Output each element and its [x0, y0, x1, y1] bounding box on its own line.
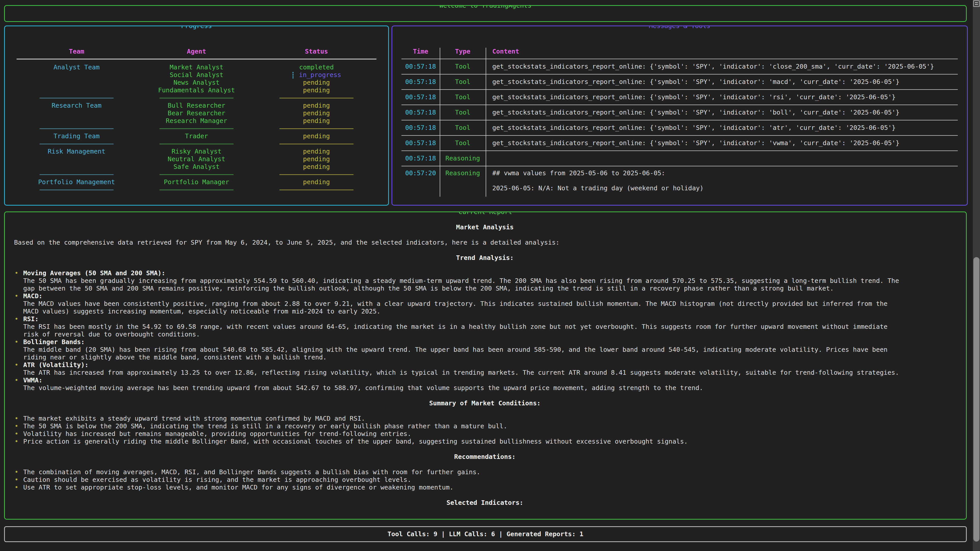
- report-heading: Market Analysis: [14, 224, 956, 231]
- scrollbar-top-button[interactable]: [973, 0, 980, 7]
- group-divider: [17, 171, 376, 178]
- selected-indicators-heading: Selected Indicators:: [14, 499, 956, 507]
- team-label: Analyst Team: [17, 64, 137, 71]
- progress-group-analyst-team: Analyst Team Market Analyst Social Analy…: [17, 64, 376, 94]
- message-type: Tool: [440, 94, 486, 101]
- team-label: Portfolio Management: [17, 178, 137, 186]
- message-time: 00:57:18: [401, 78, 440, 86]
- list-item-body: The 50 SMA has been gradually increasing…: [23, 277, 906, 292]
- list-item: Price action is generally riding the mid…: [14, 438, 956, 445]
- message-row: 00:57:18 Tool get_stockstats_indicators_…: [401, 136, 958, 151]
- agent-label: Trader: [137, 132, 256, 140]
- agent-label: Bear Researcher: [137, 110, 256, 117]
- report-intro: Based on the comprehensive data retrieve…: [14, 239, 956, 246]
- list-item-label: ATR (Volatility):: [23, 361, 956, 369]
- status-badge: ⡇in_progress: [256, 71, 376, 79]
- message-content: get_stockstats_indicators_report_online:…: [486, 109, 958, 116]
- list-item: RSI: The RSI has been mostly in the 54.9…: [14, 315, 956, 338]
- list-item: Use ATR to set appropriate stop-loss lev…: [14, 484, 956, 491]
- message-row: 00:57:18 Tool get_stockstats_indicators_…: [401, 90, 958, 105]
- list-item-label: MACD:: [23, 292, 956, 300]
- list-item-body: The middle band (20 SMA) has been rising…: [23, 346, 906, 361]
- message-content-line: 2025-06-05: N/A: Not a trading day (week…: [492, 184, 958, 192]
- list-item-label: Moving Averages (50 SMA and 200 SMA):: [23, 269, 956, 277]
- message-type: Tool: [440, 63, 486, 70]
- list-item: Bollinger Bands: The middle band (20 SMA…: [14, 338, 956, 361]
- team-label: Trading Team: [17, 132, 137, 140]
- agent-label: Research Manager: [137, 117, 256, 125]
- message-content-line: ## vwma values from 2025-05-06 to 2025-0…: [492, 169, 958, 177]
- message-row: 00:57:18 Reasoning: [401, 151, 958, 166]
- status-badge: pending: [256, 148, 376, 156]
- agent-label: Portfolio Manager: [137, 178, 256, 186]
- current-report-panel: Current Report Market Analysis Based on …: [4, 211, 967, 519]
- team-label: Research Team: [17, 102, 137, 110]
- scrollbar-thumb[interactable]: [974, 257, 980, 541]
- message-type: Tool: [440, 109, 486, 116]
- list-item: Moving Averages (50 SMA and 200 SMA): Th…: [14, 269, 956, 292]
- stats-text: Tool Calls: 9 | LLM Calls: 6 | Generated…: [387, 530, 584, 538]
- list-item-body: The RSI has been mostly in the 54.92 to …: [23, 323, 906, 338]
- welcome-panel: Welcome to TradingAgents: [4, 5, 967, 22]
- message-time: 00:57:18: [401, 124, 440, 132]
- progress-group-research-team: Research Team Bull Researcher Bear Resea…: [17, 102, 376, 125]
- agent-label: Bull Researcher: [137, 102, 256, 110]
- column-divider: [486, 48, 486, 197]
- message-type: Tool: [440, 124, 486, 132]
- group-divider: [17, 94, 376, 102]
- agent-label: Neutral Analyst: [137, 156, 256, 163]
- column-header-agent: Agent: [137, 48, 256, 56]
- status-badge: pending: [256, 86, 376, 94]
- agent-label: Fundamentals Analyst: [137, 86, 256, 94]
- message-content: get_stockstats_indicators_report_online:…: [486, 94, 958, 101]
- message-row: 00:57:18 Tool get_stockstats_indicators_…: [401, 105, 958, 120]
- status-badge: pending: [256, 156, 376, 163]
- group-divider: [17, 186, 376, 194]
- status-badge: pending: [256, 110, 376, 117]
- status-badge: pending: [256, 132, 376, 140]
- messages-tools-panel-title: Messages & Tools: [646, 25, 714, 30]
- list-item: MACD: The MACD values have been consiste…: [14, 292, 956, 315]
- list-item-label: VWMA:: [23, 376, 956, 384]
- message-time: 00:57:18: [401, 63, 440, 70]
- group-divider: [17, 125, 376, 132]
- recommendations-heading: Recommendations:: [14, 453, 956, 461]
- list-item: The market exhibits a steady upward tren…: [14, 415, 956, 422]
- message-time: 00:57:18: [401, 109, 440, 116]
- list-item-body: The ATR has increased from approximately…: [23, 369, 906, 376]
- stats-bar: Tool Calls: 9 | LLM Calls: 6 | Generated…: [4, 526, 967, 542]
- messages-table-header: Time Type Content: [401, 48, 958, 56]
- column-header-team: Team: [17, 48, 137, 56]
- group-divider: [17, 140, 376, 148]
- list-item-body: The volume-weighted moving average has b…: [23, 384, 906, 392]
- agent-label: Social Analyst: [137, 71, 256, 79]
- status-badge: pending: [256, 102, 376, 110]
- summary-heading: Summary of Market Conditions:: [14, 400, 956, 407]
- message-content: get_stockstats_indicators_report_online:…: [486, 63, 958, 70]
- message-content: get_stockstats_indicators_report_online:…: [486, 139, 958, 147]
- message-content: get_stockstats_indicators_report_online:…: [486, 124, 958, 132]
- progress-panel: Progress Team Agent Status Analyst Team …: [4, 25, 389, 206]
- list-item: VWMA: The volume-weighted moving average…: [14, 376, 956, 392]
- team-label: Risk Management: [17, 148, 137, 156]
- message-content: ## vwma values from 2025-05-06 to 2025-0…: [486, 169, 958, 192]
- trend-analysis-list: Moving Averages (50 SMA and 200 SMA): Th…: [14, 269, 956, 392]
- message-time: 00:57:18: [401, 155, 440, 162]
- agent-label: Risky Analyst: [137, 148, 256, 156]
- column-header-type: Type: [440, 48, 486, 56]
- message-row: 00:57:18 Tool get_stockstats_indicators_…: [401, 121, 958, 135]
- progress-panel-title: Progress: [178, 25, 215, 30]
- message-type: Reasoning: [440, 169, 486, 177]
- agent-label: Safe Analyst: [137, 163, 256, 171]
- message-type: Tool: [440, 139, 486, 147]
- progress-table: Team Agent Status Analyst Team Market An…: [17, 48, 376, 194]
- list-item: The combination of moving averages, MACD…: [14, 468, 956, 476]
- messages-tools-panel: Messages & Tools Time Type Content 00:57…: [391, 25, 968, 206]
- progress-group-risk-management: Risk Management Risky Analyst Neutral An…: [17, 148, 376, 171]
- message-type: Tool: [440, 78, 486, 86]
- spinner-icon: ⡇: [292, 71, 296, 79]
- welcome-panel-title: Welcome to TradingAgents: [436, 5, 535, 10]
- message-time: 00:57:20: [401, 169, 440, 177]
- report-body: Market Analysis Based on the comprehensi…: [5, 212, 966, 507]
- messages-table: Time Type Content 00:57:18 Tool get_stoc…: [401, 48, 958, 197]
